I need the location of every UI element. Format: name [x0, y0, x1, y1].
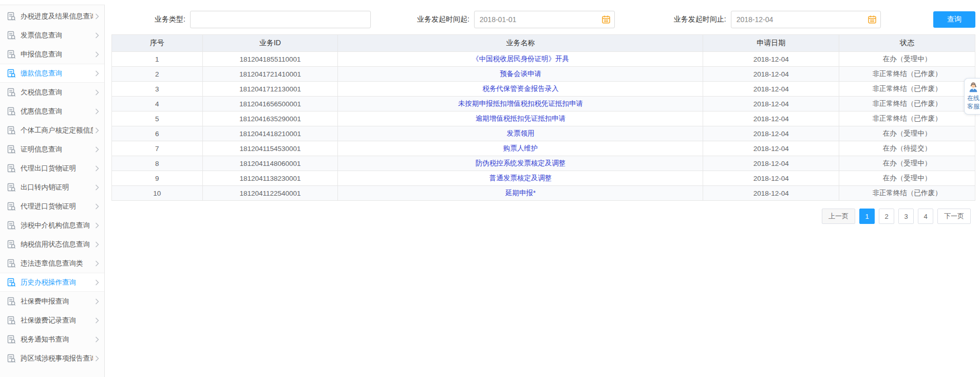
doc-search-icon — [7, 30, 16, 40]
cell-status: 在办（受理中） — [839, 52, 975, 67]
cell-business-id: 1812041418210001 — [202, 126, 338, 141]
next-page-button[interactable]: 下一页 — [937, 209, 971, 224]
chevron-right-icon — [95, 165, 99, 172]
sidebar-item[interactable]: 出口转内销证明 — [0, 178, 104, 197]
online-service-widget[interactable]: 在线 客服 — [964, 78, 980, 115]
table-row: 8 1812041148060001 防伪税控系统发票核定及调整 2018-12… — [112, 156, 975, 171]
sidebar-item[interactable]: 社保缴费记录查询 — [0, 311, 104, 330]
cell-status: 在办（受理中） — [839, 171, 975, 186]
table-header-cell: 序号 — [112, 35, 203, 52]
sidebar-item[interactable]: 优惠信息查询 — [0, 102, 104, 121]
table-header-cell: 业务ID — [202, 35, 338, 52]
cell-index: 3 — [112, 82, 203, 97]
table-row: 10 1812041122540001 延期申报* 2018-12-04 非正常… — [112, 186, 975, 201]
business-name-link[interactable]: 防伪税控系统发票核定及调整 — [476, 159, 566, 167]
cell-business-id: 1812041635290001 — [202, 111, 338, 126]
start-date-input[interactable] — [474, 11, 615, 28]
sidebar-item[interactable]: 发票信息查询 — [0, 26, 104, 45]
cell-business-id: 1812041712130001 — [202, 82, 338, 97]
business-name-link[interactable]: 延期申报* — [505, 189, 536, 197]
sidebar-item[interactable]: 代理进口货物证明 — [0, 197, 104, 216]
cell-index: 5 — [112, 111, 203, 126]
chevron-right-icon — [95, 317, 99, 324]
page-number-button[interactable]: 2 — [879, 209, 894, 224]
chevron-right-icon — [95, 146, 99, 153]
sidebar-item[interactable]: 代理出口货物证明 — [0, 159, 104, 178]
prev-page-button[interactable]: 上一页 — [822, 209, 855, 224]
chevron-right-icon — [95, 355, 99, 362]
cell-business-name: 防伪税控系统发票核定及调整 — [338, 156, 703, 171]
customer-service-avatar-icon — [968, 82, 979, 93]
end-date-field — [731, 11, 881, 28]
chevron-right-icon — [95, 336, 99, 343]
sidebar-item[interactable]: 跨区域涉税事项报告查询 — [0, 349, 104, 368]
chevron-right-icon — [95, 260, 99, 267]
sidebar-item[interactable]: 证明信息查询 — [0, 140, 104, 159]
sidebar-item-label: 出口转内销证明 — [21, 183, 93, 192]
business-name-link[interactable]: 预备会谈申请 — [500, 70, 541, 78]
chevron-right-icon — [95, 222, 99, 229]
business-name-link[interactable]: 发票领用 — [506, 129, 534, 137]
doc-search-icon — [7, 125, 16, 135]
sidebar-item[interactable]: 欠税信息查询 — [0, 83, 104, 102]
sidebar-item[interactable]: 历史办税操作查询 — [0, 273, 104, 292]
cell-status: 非正常终结（已作废） — [839, 111, 975, 126]
sidebar-item[interactable]: 办税进度及结果信息查询 — [0, 7, 104, 26]
cell-index: 10 — [112, 186, 203, 201]
sidebar-item-label: 代理进口货物证明 — [21, 202, 93, 211]
cell-business-name: 逾期增值税抵扣凭证抵扣申请 — [338, 111, 703, 126]
table-header-cell: 业务名称 — [338, 35, 703, 52]
cell-apply-date: 2018-12-04 — [703, 171, 839, 186]
business-name-link[interactable]: 逾期增值税抵扣凭证抵扣申请 — [476, 115, 566, 122]
sidebar-item[interactable]: 社保费申报查询 — [0, 292, 104, 311]
sidebar-item-label: 证明信息查询 — [21, 145, 93, 154]
sidebar-item[interactable]: 申报信息查询 — [0, 45, 104, 64]
sidebar-item-label: 缴款信息查询 — [21, 69, 93, 78]
calendar-icon[interactable] — [868, 15, 877, 24]
sidebar-item[interactable]: 涉税中介机构信息查询 — [0, 216, 104, 235]
business-type-input[interactable] — [190, 11, 371, 28]
doc-search-icon — [7, 258, 16, 268]
business-name-link[interactable]: 税务代保管资金报告录入 — [482, 85, 559, 92]
sidebar-item-label: 涉税中介机构信息查询 — [21, 221, 93, 230]
calendar-icon[interactable] — [601, 15, 611, 24]
cell-index: 7 — [112, 141, 203, 156]
business-name-link[interactable]: 《中国税收居民身份证明》开具 — [472, 55, 569, 63]
filter-bar: 业务类型: 业务发起时间起: 业务发起时间止: — [105, 0, 980, 33]
cell-business-id: 1812041122540001 — [202, 186, 338, 201]
page-number-button[interactable]: 4 — [918, 209, 933, 224]
sidebar-item-label: 代理出口货物证明 — [21, 164, 93, 173]
doc-search-icon — [7, 11, 16, 21]
doc-search-icon — [7, 353, 16, 363]
chevron-right-icon — [95, 70, 99, 77]
doc-search-icon — [7, 334, 16, 344]
page-number-button[interactable]: 1 — [859, 209, 875, 224]
sidebar-item[interactable]: 税务通知书查询 — [0, 330, 104, 349]
pagination: 上一页 1 2 3 4 下一页 — [111, 209, 971, 224]
sidebar-item-label: 社保费申报查询 — [21, 297, 93, 306]
sidebar-item[interactable]: 缴款信息查询 — [0, 64, 104, 83]
cell-business-id: 1812041855110001 — [202, 52, 338, 67]
cell-status: 非正常终结（已作废） — [839, 67, 975, 82]
cell-business-id: 1812041138230001 — [202, 171, 338, 186]
cell-index: 1 — [112, 52, 203, 67]
end-date-input[interactable] — [731, 11, 881, 28]
business-name-link[interactable]: 购票人维护 — [503, 144, 538, 152]
sidebar-item[interactable]: 纳税信用状态信息查询 — [0, 235, 104, 254]
doc-search-icon — [7, 277, 16, 287]
sidebar-item-label: 纳税信用状态信息查询 — [21, 240, 93, 249]
cell-status: 非正常终结（已作废） — [839, 186, 975, 201]
sidebar: 办税进度及结果信息查询 发票信息查询 — [0, 5, 105, 377]
sidebar-item[interactable]: 个体工商户核定定额信息查询 — [0, 121, 104, 140]
chevron-right-icon — [95, 203, 99, 210]
doc-search-icon — [7, 239, 16, 249]
table-row: 6 1812041418210001 发票领用 2018-12-04 在办（受理… — [112, 126, 975, 141]
business-name-link[interactable]: 未按期申报抵扣增值税扣税凭证抵扣申请 — [458, 100, 583, 107]
page-number-button[interactable]: 3 — [898, 209, 914, 224]
doc-search-icon — [7, 201, 16, 211]
business-name-link[interactable]: 普通发票核定及调整 — [489, 174, 552, 182]
chevron-right-icon — [95, 13, 99, 20]
search-button[interactable]: 查询 — [933, 11, 975, 28]
sidebar-item-label: 发票信息查询 — [21, 31, 93, 40]
sidebar-item[interactable]: 违法违章信息查询类 — [0, 254, 104, 273]
